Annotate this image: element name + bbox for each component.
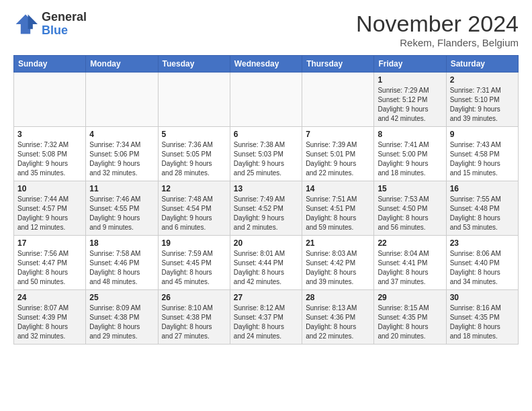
th-thursday: Thursday [302, 56, 374, 73]
day-number: 17 [17, 238, 82, 248]
day-info: Sunrise: 7:36 AM Sunset: 5:05 PM Dayligh… [162, 140, 226, 178]
day-info: Sunrise: 8:12 AM Sunset: 4:37 PM Dayligh… [234, 304, 298, 341]
day-number: 11 [89, 184, 154, 193]
day-info: Sunrise: 7:59 AM Sunset: 4:45 PM Dayligh… [162, 249, 226, 287]
day-info: Sunrise: 7:58 AM Sunset: 4:46 PM Dayligh… [89, 249, 154, 287]
day-info: Sunrise: 8:13 AM Sunset: 4:36 PM Dayligh… [306, 304, 370, 341]
day-info: Sunrise: 7:43 AM Sunset: 4:58 PM Dayligh… [450, 140, 515, 178]
day-number: 28 [306, 293, 370, 302]
day-cell [230, 73, 302, 127]
week-row-1: 3Sunrise: 7:32 AM Sunset: 5:08 PM Daylig… [14, 127, 519, 181]
title-block: November 2024 Rekem, Flanders, Belgium [356, 11, 519, 48]
day-number: 5 [162, 130, 226, 139]
day-info: Sunrise: 8:09 AM Sunset: 4:38 PM Dayligh… [89, 304, 154, 341]
day-cell [302, 73, 374, 127]
day-info: Sunrise: 7:41 AM Sunset: 5:00 PM Dayligh… [378, 140, 442, 178]
day-cell [14, 73, 86, 127]
day-number: 27 [234, 293, 298, 302]
day-info: Sunrise: 8:03 AM Sunset: 4:42 PM Dayligh… [306, 249, 370, 287]
th-wednesday: Wednesday [230, 56, 302, 73]
page: General Blue November 2024 Rekem, Flande… [0, 0, 532, 351]
day-number: 8 [378, 130, 442, 139]
logo-text: General Blue [42, 11, 87, 38]
day-info: Sunrise: 7:48 AM Sunset: 4:54 PM Dayligh… [162, 195, 226, 232]
day-info: Sunrise: 8:01 AM Sunset: 4:44 PM Dayligh… [234, 249, 298, 287]
day-cell: 24Sunrise: 8:07 AM Sunset: 4:39 PM Dayli… [14, 290, 86, 345]
day-cell: 23Sunrise: 8:06 AM Sunset: 4:40 PM Dayli… [446, 236, 518, 290]
day-number: 12 [162, 184, 226, 193]
day-cell: 18Sunrise: 7:58 AM Sunset: 4:46 PM Dayli… [86, 236, 158, 290]
header-row: Sunday Monday Tuesday Wednesday Thursday… [14, 56, 519, 73]
day-info: Sunrise: 7:32 AM Sunset: 5:08 PM Dayligh… [17, 140, 82, 178]
day-cell: 6Sunrise: 7:38 AM Sunset: 5:03 PM Daylig… [230, 127, 302, 181]
week-row-4: 24Sunrise: 8:07 AM Sunset: 4:39 PM Dayli… [14, 290, 519, 345]
th-monday: Monday [86, 56, 158, 73]
day-number: 7 [306, 130, 370, 139]
week-row-3: 17Sunrise: 7:56 AM Sunset: 4:47 PM Dayli… [14, 236, 519, 290]
day-cell: 26Sunrise: 8:10 AM Sunset: 4:38 PM Dayli… [158, 290, 230, 345]
day-cell: 8Sunrise: 7:41 AM Sunset: 5:00 PM Daylig… [374, 127, 446, 181]
day-number: 1 [378, 75, 442, 85]
day-info: Sunrise: 7:31 AM Sunset: 5:10 PM Dayligh… [450, 86, 515, 124]
day-cell: 17Sunrise: 7:56 AM Sunset: 4:47 PM Dayli… [14, 236, 86, 290]
day-cell: 20Sunrise: 8:01 AM Sunset: 4:44 PM Dayli… [230, 236, 302, 290]
day-info: Sunrise: 8:10 AM Sunset: 4:38 PM Dayligh… [162, 304, 226, 341]
day-info: Sunrise: 8:04 AM Sunset: 4:41 PM Dayligh… [378, 249, 442, 287]
th-friday: Friday [374, 56, 446, 73]
logo: General Blue [13, 11, 87, 38]
calendar-header: Sunday Monday Tuesday Wednesday Thursday… [14, 56, 519, 73]
day-cell: 7Sunrise: 7:39 AM Sunset: 5:01 PM Daylig… [302, 127, 374, 181]
calendar-table: Sunday Monday Tuesday Wednesday Thursday… [13, 55, 519, 345]
svg-marker-1 [28, 14, 38, 29]
day-info: Sunrise: 7:55 AM Sunset: 4:48 PM Dayligh… [450, 195, 515, 232]
day-cell: 25Sunrise: 8:09 AM Sunset: 4:38 PM Dayli… [86, 290, 158, 345]
day-info: Sunrise: 8:06 AM Sunset: 4:40 PM Dayligh… [450, 249, 515, 287]
day-cell: 21Sunrise: 8:03 AM Sunset: 4:42 PM Dayli… [302, 236, 374, 290]
day-number: 6 [234, 130, 298, 139]
logo-general: General [42, 11, 87, 24]
logo-icon [13, 12, 38, 36]
day-number: 20 [234, 238, 298, 248]
day-info: Sunrise: 7:53 AM Sunset: 4:50 PM Dayligh… [378, 195, 442, 232]
day-info: Sunrise: 7:29 AM Sunset: 5:12 PM Dayligh… [378, 86, 442, 124]
day-cell: 12Sunrise: 7:48 AM Sunset: 4:54 PM Dayli… [158, 181, 230, 236]
day-info: Sunrise: 7:44 AM Sunset: 4:57 PM Dayligh… [17, 195, 82, 232]
day-cell: 10Sunrise: 7:44 AM Sunset: 4:57 PM Dayli… [14, 181, 86, 236]
week-row-2: 10Sunrise: 7:44 AM Sunset: 4:57 PM Dayli… [14, 181, 519, 236]
day-number: 9 [450, 130, 515, 139]
day-number: 18 [89, 238, 154, 248]
day-number: 3 [17, 130, 82, 139]
day-info: Sunrise: 7:49 AM Sunset: 4:52 PM Dayligh… [234, 195, 298, 232]
day-cell: 1Sunrise: 7:29 AM Sunset: 5:12 PM Daylig… [374, 73, 446, 127]
day-cell: 3Sunrise: 7:32 AM Sunset: 5:08 PM Daylig… [14, 127, 86, 181]
day-cell: 27Sunrise: 8:12 AM Sunset: 4:37 PM Dayli… [230, 290, 302, 345]
day-cell: 4Sunrise: 7:34 AM Sunset: 5:06 PM Daylig… [86, 127, 158, 181]
day-info: Sunrise: 7:39 AM Sunset: 5:01 PM Dayligh… [306, 140, 370, 178]
day-info: Sunrise: 7:51 AM Sunset: 4:51 PM Dayligh… [306, 195, 370, 232]
day-number: 10 [17, 184, 82, 193]
day-number: 19 [162, 238, 226, 248]
day-cell [86, 73, 158, 127]
logo-blue: Blue [42, 24, 87, 38]
day-info: Sunrise: 7:34 AM Sunset: 5:06 PM Dayligh… [89, 140, 154, 178]
day-cell: 2Sunrise: 7:31 AM Sunset: 5:10 PM Daylig… [446, 73, 518, 127]
day-number: 25 [89, 293, 154, 302]
day-info: Sunrise: 7:46 AM Sunset: 4:55 PM Dayligh… [89, 195, 154, 232]
day-cell: 14Sunrise: 7:51 AM Sunset: 4:51 PM Dayli… [302, 181, 374, 236]
day-number: 13 [234, 184, 298, 193]
day-cell: 11Sunrise: 7:46 AM Sunset: 4:55 PM Dayli… [86, 181, 158, 236]
th-sunday: Sunday [14, 56, 86, 73]
day-cell: 16Sunrise: 7:55 AM Sunset: 4:48 PM Dayli… [446, 181, 518, 236]
header: General Blue November 2024 Rekem, Flande… [13, 11, 519, 48]
day-number: 14 [306, 184, 370, 193]
day-number: 30 [450, 293, 515, 302]
day-cell: 19Sunrise: 7:59 AM Sunset: 4:45 PM Dayli… [158, 236, 230, 290]
day-info: Sunrise: 7:56 AM Sunset: 4:47 PM Dayligh… [17, 249, 82, 287]
day-number: 23 [450, 238, 515, 248]
day-number: 4 [89, 130, 154, 139]
th-saturday: Saturday [446, 56, 518, 73]
day-cell: 29Sunrise: 8:15 AM Sunset: 4:35 PM Dayli… [374, 290, 446, 345]
day-cell [158, 73, 230, 127]
day-cell: 13Sunrise: 7:49 AM Sunset: 4:52 PM Dayli… [230, 181, 302, 236]
day-info: Sunrise: 8:15 AM Sunset: 4:35 PM Dayligh… [378, 304, 442, 341]
